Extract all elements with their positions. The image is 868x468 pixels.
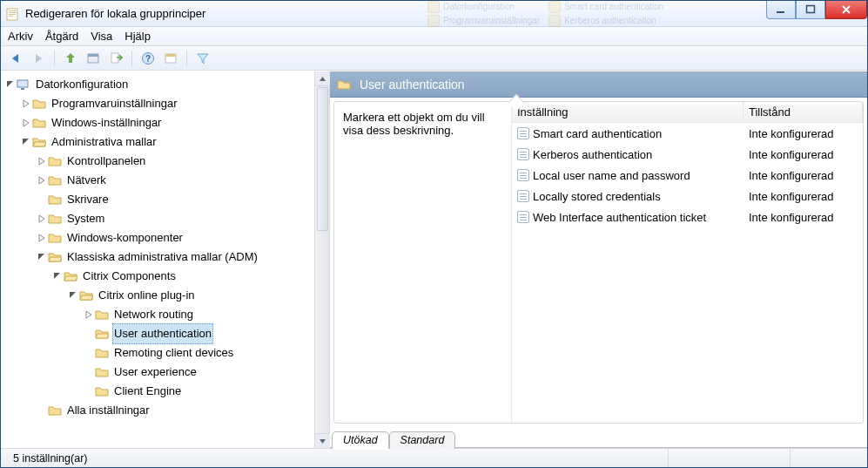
menu-visa[interactable]: Visa bbox=[91, 30, 112, 43]
twisty-closed-icon[interactable] bbox=[36, 176, 48, 185]
window-root: Redigeraren för lokala grupprinciper Dat… bbox=[0, 0, 868, 468]
folder-icon bbox=[48, 212, 62, 226]
help-button[interactable]: ? bbox=[138, 49, 158, 68]
scroll-thumb[interactable] bbox=[317, 87, 328, 231]
filter-button[interactable] bbox=[193, 49, 212, 68]
tree-windows[interactable]: Windows-inställningar bbox=[3, 113, 314, 132]
svg-rect-15 bbox=[21, 88, 24, 90]
twisty-open-icon[interactable] bbox=[51, 272, 64, 281]
menu-arkiv[interactable]: Arkiv bbox=[8, 30, 33, 43]
col-header-state[interactable]: Tillstånd bbox=[744, 102, 863, 122]
right-body: Markera ett objekt om du vill visa dess … bbox=[333, 101, 864, 424]
tree-system[interactable]: System bbox=[3, 209, 314, 228]
right-pane: User authentication Markera ett objekt o… bbox=[330, 71, 867, 448]
setting-state: Inte konfigurerad bbox=[744, 169, 863, 182]
svg-rect-1 bbox=[9, 10, 16, 11]
options-button[interactable] bbox=[161, 49, 180, 68]
tree-citrix-components[interactable]: Citrix Components bbox=[3, 267, 314, 286]
twisty-closed-icon[interactable] bbox=[36, 234, 48, 242]
tree-klassiska[interactable]: Klassiska administrativa mallar (ADM) bbox=[3, 248, 314, 267]
folder-open-icon bbox=[79, 288, 93, 302]
svg-text:?: ? bbox=[145, 54, 151, 64]
tree-root[interactable]: Datorkonfiguration bbox=[3, 75, 314, 94]
setting-state: Inte konfigurerad bbox=[744, 127, 863, 140]
forward-button[interactable] bbox=[29, 49, 48, 68]
folder-icon bbox=[95, 308, 109, 322]
list-header: Inställning Tillstånd bbox=[512, 102, 863, 123]
minimize-button[interactable] bbox=[766, 1, 796, 19]
list-item[interactable]: Smart card authenticationInte konfigurer… bbox=[512, 123, 863, 144]
folder-icon bbox=[48, 231, 62, 245]
policy-icon bbox=[517, 148, 529, 160]
list-item[interactable]: Kerberos authenticationInte konfigurerad bbox=[512, 144, 863, 165]
tree-client-engine[interactable]: Client Engine bbox=[3, 382, 314, 401]
tree-remoting[interactable]: Remoting client devices bbox=[3, 343, 314, 363]
twisty-closed-icon[interactable] bbox=[36, 157, 48, 166]
tree-kontrollpanelen[interactable]: Kontrollpanelen bbox=[3, 152, 314, 171]
tree-citrix-plugin[interactable]: Citrix online plug-in bbox=[3, 286, 314, 305]
tree-winkomp[interactable]: Windows-komponenter bbox=[3, 228, 314, 248]
tree-skrivare[interactable]: Skrivare bbox=[3, 190, 314, 209]
twisty-closed-icon[interactable] bbox=[83, 310, 95, 319]
twisty-open-icon[interactable] bbox=[67, 291, 79, 300]
twisty-open-icon[interactable] bbox=[20, 138, 32, 146]
tree-scrollbar[interactable] bbox=[314, 71, 329, 448]
app-icon bbox=[6, 7, 20, 21]
twisty-closed-icon[interactable] bbox=[36, 214, 48, 223]
tree: Datorkonfiguration Programvaruinställnin… bbox=[1, 71, 314, 424]
menubar: Arkiv Åtgärd Visa Hjälp bbox=[1, 27, 867, 46]
tab-extended[interactable]: Utökad bbox=[332, 431, 389, 449]
svg-rect-4 bbox=[9, 16, 13, 17]
window-buttons bbox=[766, 1, 867, 19]
tree-natverk[interactable]: Nätverk bbox=[3, 171, 314, 190]
scroll-down-icon[interactable] bbox=[315, 433, 330, 448]
titlebar[interactable]: Redigeraren för lokala grupprinciper Dat… bbox=[1, 1, 867, 27]
twisty-open-icon[interactable] bbox=[4, 80, 17, 89]
svg-rect-14 bbox=[17, 80, 28, 87]
list-item[interactable]: Local user name and passwordInte konfigu… bbox=[512, 165, 863, 186]
policy-icon bbox=[517, 190, 529, 202]
tabs: Utökad Standard bbox=[330, 427, 867, 448]
tree-scroll[interactable]: Datorkonfiguration Programvaruinställnin… bbox=[1, 71, 314, 448]
back-button[interactable] bbox=[6, 49, 25, 68]
tree-network-routing[interactable]: Network routing bbox=[3, 305, 314, 324]
computer-icon bbox=[17, 78, 30, 92]
setting-name: Web Interface authentication ticket bbox=[533, 211, 706, 224]
tree-user-experience[interactable]: User experience bbox=[3, 363, 314, 382]
up-button[interactable] bbox=[61, 49, 80, 68]
body: Datorkonfiguration Programvaruinställnin… bbox=[1, 71, 867, 448]
status-bar: 5 inställning(ar) bbox=[1, 448, 867, 467]
tree-admin-mallar[interactable]: Administrativa mallar bbox=[3, 132, 314, 152]
setting-state: Inte konfigurerad bbox=[744, 148, 863, 161]
export-button[interactable] bbox=[106, 49, 125, 68]
policy-icon bbox=[517, 127, 529, 139]
folder-open-icon bbox=[48, 250, 62, 264]
properties-button[interactable] bbox=[84, 49, 103, 68]
svg-rect-6 bbox=[807, 6, 815, 13]
menu-hjalp[interactable]: Hjälp bbox=[124, 30, 151, 43]
folder-icon bbox=[95, 346, 109, 360]
maximize-button[interactable] bbox=[796, 1, 825, 19]
tree-user-authentication[interactable]: User authentication bbox=[3, 324, 314, 343]
menu-atgard[interactable]: Åtgärd bbox=[45, 30, 78, 43]
folder-open-icon bbox=[64, 269, 77, 283]
svg-rect-8 bbox=[88, 54, 98, 57]
setting-state: Inte konfigurerad bbox=[744, 211, 863, 224]
tab-standard[interactable]: Standard bbox=[389, 431, 456, 449]
col-header-setting[interactable]: Inställning bbox=[512, 102, 744, 122]
tree-alla[interactable]: Alla inställningar bbox=[3, 401, 314, 420]
tree-programvara[interactable]: Programvaruinställningar bbox=[3, 94, 314, 113]
twisty-closed-icon[interactable] bbox=[20, 119, 32, 127]
list-item[interactable]: Web Interface authentication ticketInte … bbox=[512, 207, 863, 227]
description-column: Markera ett objekt om du vill visa dess … bbox=[334, 102, 511, 423]
close-button[interactable] bbox=[825, 1, 867, 19]
folder-icon bbox=[95, 384, 109, 398]
scroll-up-icon[interactable] bbox=[315, 71, 330, 86]
policy-icon bbox=[517, 211, 529, 223]
twisty-closed-icon[interactable] bbox=[20, 99, 32, 108]
twisty-open-icon[interactable] bbox=[36, 253, 48, 261]
folder-icon bbox=[48, 404, 62, 417]
folder-icon bbox=[48, 173, 62, 187]
list-item[interactable]: Locally stored credentialsInte konfigure… bbox=[512, 186, 863, 207]
folder-icon bbox=[48, 193, 62, 207]
